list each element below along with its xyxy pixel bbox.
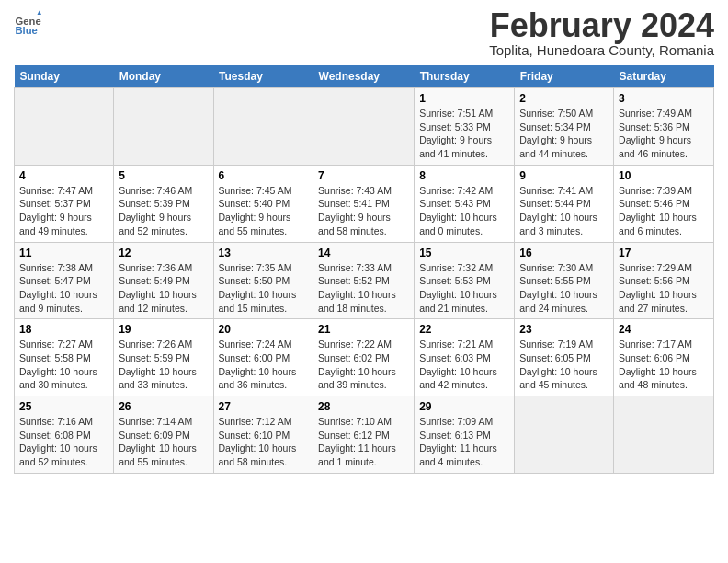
day-number: 2 <box>519 92 609 105</box>
day-info: Sunrise: 7:41 AM Sunset: 5:44 PM Dayligh… <box>519 184 609 238</box>
day-number: 13 <box>219 247 309 259</box>
day-info: Sunrise: 7:10 AM Sunset: 6:12 PM Dayligh… <box>318 415 409 469</box>
day-info: Sunrise: 7:27 AM Sunset: 5:58 PM Dayligh… <box>19 338 108 392</box>
day-number: 17 <box>619 247 709 259</box>
day-info: Sunrise: 7:50 AM Sunset: 5:34 PM Dayligh… <box>519 107 609 161</box>
calendar-cell <box>114 88 213 166</box>
weekday-header-thursday: Thursday <box>415 65 515 88</box>
weekday-header-row: SundayMondayTuesdayWednesdayThursdayFrid… <box>15 65 714 88</box>
day-info: Sunrise: 7:32 AM Sunset: 5:53 PM Dayligh… <box>419 261 509 316</box>
calendar-cell: 22Sunrise: 7:21 AM Sunset: 6:03 PM Dayli… <box>415 319 515 396</box>
weekday-header-sunday: Sunday <box>15 65 114 88</box>
calendar-cell: 2Sunrise: 7:50 AM Sunset: 5:34 PM Daylig… <box>515 88 614 166</box>
location-title: Toplita, Hunedoara County, Romania <box>489 42 714 58</box>
day-number: 15 <box>419 247 509 259</box>
calendar-cell <box>313 88 415 166</box>
calendar-cell: 16Sunrise: 7:30 AM Sunset: 5:55 PM Dayli… <box>515 242 614 319</box>
calendar-cell: 11Sunrise: 7:38 AM Sunset: 5:47 PM Dayli… <box>15 242 114 319</box>
calendar-cell: 14Sunrise: 7:33 AM Sunset: 5:52 PM Dayli… <box>313 242 415 319</box>
day-info: Sunrise: 7:36 AM Sunset: 5:49 PM Dayligh… <box>119 261 208 316</box>
week-row-1: 1Sunrise: 7:51 AM Sunset: 5:33 PM Daylig… <box>15 88 714 166</box>
calendar-cell: 20Sunrise: 7:24 AM Sunset: 6:00 PM Dayli… <box>213 319 313 396</box>
day-number: 3 <box>619 92 709 105</box>
day-number: 25 <box>19 400 108 413</box>
logo: General Blue <box>14 9 41 37</box>
calendar-cell: 3Sunrise: 7:49 AM Sunset: 5:36 PM Daylig… <box>614 88 714 166</box>
calendar-cell <box>614 396 714 474</box>
calendar-cell: 19Sunrise: 7:26 AM Sunset: 5:59 PM Dayli… <box>114 319 213 396</box>
day-info: Sunrise: 7:38 AM Sunset: 5:47 PM Dayligh… <box>19 261 108 316</box>
weekday-header-tuesday: Tuesday <box>213 65 313 88</box>
day-info: Sunrise: 7:46 AM Sunset: 5:39 PM Dayligh… <box>119 184 208 238</box>
day-number: 20 <box>219 323 309 336</box>
weekday-header-friday: Friday <box>515 65 614 88</box>
calendar-cell: 6Sunrise: 7:45 AM Sunset: 5:40 PM Daylig… <box>213 165 313 242</box>
day-info: Sunrise: 7:12 AM Sunset: 6:10 PM Dayligh… <box>219 415 309 469</box>
day-info: Sunrise: 7:42 AM Sunset: 5:43 PM Dayligh… <box>419 184 509 238</box>
logo-icon: General Blue <box>14 9 41 37</box>
calendar-cell: 13Sunrise: 7:35 AM Sunset: 5:50 PM Dayli… <box>213 242 313 319</box>
day-info: Sunrise: 7:49 AM Sunset: 5:36 PM Dayligh… <box>619 107 709 161</box>
day-number: 29 <box>419 400 509 413</box>
calendar-table: SundayMondayTuesdayWednesdayThursdayFrid… <box>14 65 714 474</box>
title-section: February 2024 Toplita, Hunedoara County,… <box>489 9 714 58</box>
weekday-header-wednesday: Wednesday <box>313 65 415 88</box>
svg-marker-2 <box>38 11 42 16</box>
calendar-cell: 24Sunrise: 7:17 AM Sunset: 6:06 PM Dayli… <box>614 319 714 396</box>
day-info: Sunrise: 7:24 AM Sunset: 6:00 PM Dayligh… <box>219 338 309 392</box>
svg-text:Blue: Blue <box>16 25 38 36</box>
calendar-cell: 7Sunrise: 7:43 AM Sunset: 5:41 PM Daylig… <box>313 165 415 242</box>
day-number: 8 <box>419 169 509 182</box>
week-row-2: 4Sunrise: 7:47 AM Sunset: 5:37 PM Daylig… <box>15 165 714 242</box>
day-info: Sunrise: 7:19 AM Sunset: 6:05 PM Dayligh… <box>519 338 609 392</box>
day-info: Sunrise: 7:45 AM Sunset: 5:40 PM Dayligh… <box>219 184 309 238</box>
day-info: Sunrise: 7:21 AM Sunset: 6:03 PM Dayligh… <box>419 338 509 392</box>
day-info: Sunrise: 7:47 AM Sunset: 5:37 PM Dayligh… <box>19 184 108 238</box>
calendar-cell: 4Sunrise: 7:47 AM Sunset: 5:37 PM Daylig… <box>15 165 114 242</box>
day-number: 27 <box>219 400 309 413</box>
page-header: General Blue February 2024 Toplita, Hune… <box>14 9 714 58</box>
day-number: 14 <box>318 247 409 259</box>
day-number: 16 <box>519 247 609 259</box>
calendar-cell: 17Sunrise: 7:29 AM Sunset: 5:56 PM Dayli… <box>614 242 714 319</box>
day-number: 5 <box>119 169 208 182</box>
calendar-cell: 27Sunrise: 7:12 AM Sunset: 6:10 PM Dayli… <box>213 396 313 474</box>
calendar-cell: 21Sunrise: 7:22 AM Sunset: 6:02 PM Dayli… <box>313 319 415 396</box>
day-info: Sunrise: 7:33 AM Sunset: 5:52 PM Dayligh… <box>318 261 409 316</box>
calendar-cell: 1Sunrise: 7:51 AM Sunset: 5:33 PM Daylig… <box>415 88 515 166</box>
day-number: 9 <box>519 169 609 182</box>
day-number: 7 <box>318 169 409 182</box>
calendar-cell: 25Sunrise: 7:16 AM Sunset: 6:08 PM Dayli… <box>15 396 114 474</box>
day-info: Sunrise: 7:26 AM Sunset: 5:59 PM Dayligh… <box>119 338 208 392</box>
day-info: Sunrise: 7:35 AM Sunset: 5:50 PM Dayligh… <box>219 261 309 316</box>
day-info: Sunrise: 7:51 AM Sunset: 5:33 PM Dayligh… <box>419 107 509 161</box>
day-info: Sunrise: 7:22 AM Sunset: 6:02 PM Dayligh… <box>318 338 409 392</box>
calendar-cell: 23Sunrise: 7:19 AM Sunset: 6:05 PM Dayli… <box>515 319 614 396</box>
day-number: 22 <box>419 323 509 336</box>
day-info: Sunrise: 7:30 AM Sunset: 5:55 PM Dayligh… <box>519 261 609 316</box>
week-row-4: 18Sunrise: 7:27 AM Sunset: 5:58 PM Dayli… <box>15 319 714 396</box>
day-info: Sunrise: 7:09 AM Sunset: 6:13 PM Dayligh… <box>419 415 509 469</box>
calendar-cell: 8Sunrise: 7:42 AM Sunset: 5:43 PM Daylig… <box>415 165 515 242</box>
day-number: 11 <box>19 247 108 259</box>
day-info: Sunrise: 7:39 AM Sunset: 5:46 PM Dayligh… <box>619 184 709 238</box>
calendar-cell: 10Sunrise: 7:39 AM Sunset: 5:46 PM Dayli… <box>614 165 714 242</box>
day-number: 28 <box>318 400 409 413</box>
day-number: 21 <box>318 323 409 336</box>
day-info: Sunrise: 7:14 AM Sunset: 6:09 PM Dayligh… <box>119 415 208 469</box>
day-info: Sunrise: 7:43 AM Sunset: 5:41 PM Dayligh… <box>318 184 409 238</box>
day-number: 26 <box>119 400 208 413</box>
calendar-cell: 18Sunrise: 7:27 AM Sunset: 5:58 PM Dayli… <box>15 319 114 396</box>
day-info: Sunrise: 7:29 AM Sunset: 5:56 PM Dayligh… <box>619 261 709 316</box>
calendar-cell: 26Sunrise: 7:14 AM Sunset: 6:09 PM Dayli… <box>114 396 213 474</box>
calendar-cell: 28Sunrise: 7:10 AM Sunset: 6:12 PM Dayli… <box>313 396 415 474</box>
calendar-cell: 9Sunrise: 7:41 AM Sunset: 5:44 PM Daylig… <box>515 165 614 242</box>
day-number: 4 <box>19 169 108 182</box>
day-number: 23 <box>519 323 609 336</box>
day-number: 6 <box>219 169 309 182</box>
day-number: 1 <box>419 92 509 105</box>
calendar-cell: 5Sunrise: 7:46 AM Sunset: 5:39 PM Daylig… <box>114 165 213 242</box>
calendar-cell: 29Sunrise: 7:09 AM Sunset: 6:13 PM Dayli… <box>415 396 515 474</box>
week-row-5: 25Sunrise: 7:16 AM Sunset: 6:08 PM Dayli… <box>15 396 714 474</box>
day-info: Sunrise: 7:17 AM Sunset: 6:06 PM Dayligh… <box>619 338 709 392</box>
